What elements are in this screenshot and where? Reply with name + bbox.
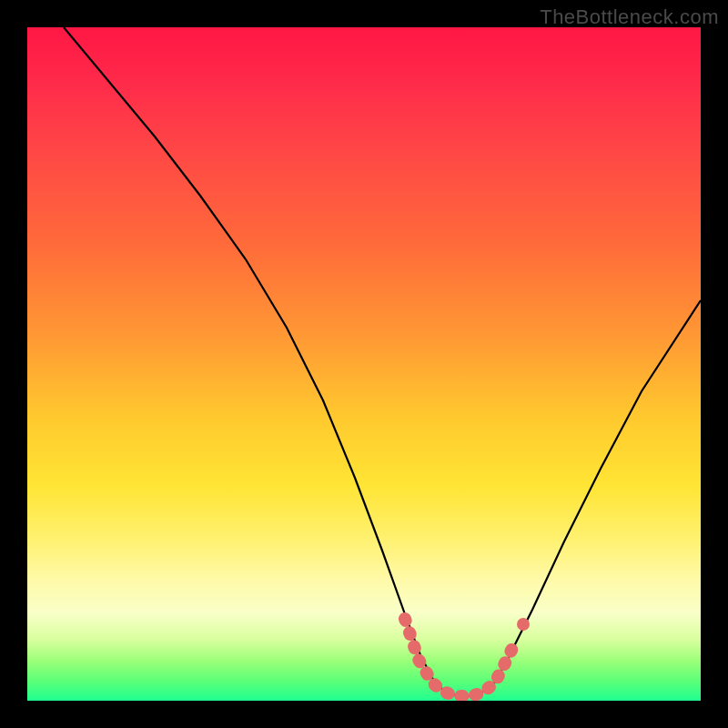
curve-layer (27, 27, 701, 701)
bottleneck-curve (64, 27, 701, 696)
plot-area (27, 27, 701, 701)
curve-highlight (405, 619, 515, 696)
watermark-text: TheBottleneck.com (540, 5, 719, 29)
chart-frame: TheBottleneck.com (0, 0, 728, 728)
highlight-end-dot (517, 618, 530, 631)
